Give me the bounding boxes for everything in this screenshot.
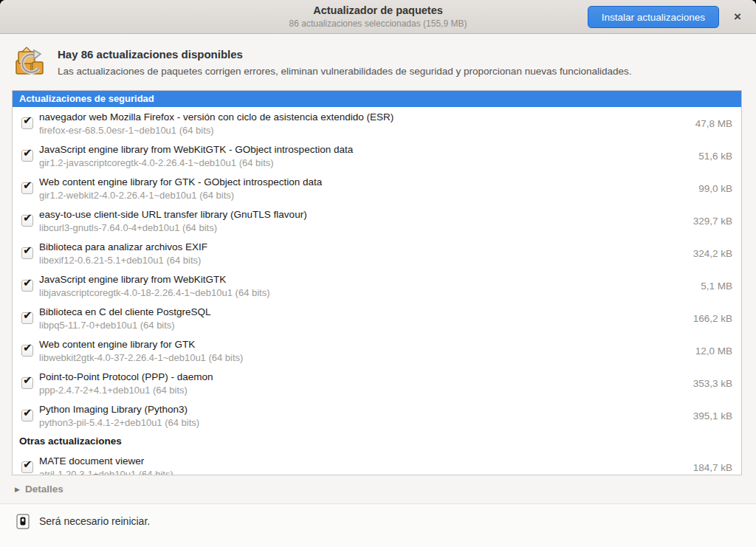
checkmark-icon: ✔ [23,309,32,322]
update-package-version: libjavascriptcoregtk-4.0-18-2.26.4-1~deb… [39,286,701,300]
update-row[interactable]: ✔navegador web Mozilla Firefox - versión… [13,107,741,140]
update-row[interactable]: ✔JavaScript engine library from WebKitGT… [13,269,741,302]
update-checkbox[interactable]: ✔ [21,461,33,473]
update-package-version: atril-1.20.3-1+deb10u1 (64 bits) [39,468,693,476]
checkmark-icon: ✔ [23,114,32,127]
package-updater-window: Actualizador de paquetes 86 actualizacio… [0,0,756,547]
update-texts: navegador web Mozilla Firefox - versión … [39,110,695,137]
update-summary: JavaScript engine library from WebKitGTK… [39,142,698,156]
page-title: Hay 86 actualizaciones disponibles [58,48,632,61]
update-package-version: ppp-2.4.7-2+4.1+deb10u1 (64 bits) [39,384,693,397]
update-checkbox[interactable]: ✔ [21,117,33,129]
update-package-version: python3-pil-5.4.1-2+deb10u1 (64 bits) [39,416,693,430]
details-expander[interactable]: ▶ Detalles [0,475,756,503]
update-row[interactable]: ✔Point-to-Point Protocol (PPP) - daemonp… [13,367,741,399]
update-texts: JavaScript engine library from WebKitGTK… [39,272,701,300]
install-updates-button[interactable]: Instalar actualizaciones [588,6,719,28]
update-checkbox[interactable]: ✔ [21,312,33,324]
update-package-version: libpq5-11.7-0+deb10u1 (64 bits) [39,319,693,332]
page-header-text: Hay 86 actualizaciones disponibles Las a… [58,44,632,77]
checkmark-icon: ✔ [23,276,32,289]
update-row[interactable]: ✔easy-to-use client-side URL transfer li… [13,204,741,237]
update-summary: Python Imaging Library (Python3) [39,402,693,416]
update-size: 51,6 kB [698,151,734,162]
update-size: 184,7 kB [693,462,734,473]
update-package-version: firefox-esr-68.5.0esr-1~deb10u1 (64 bits… [39,124,695,137]
update-summary: Web content engine library for GTK [39,337,695,351]
checkmark-icon: ✔ [23,179,32,192]
update-summary: easy-to-use client-side URL transfer lib… [39,207,693,221]
update-summary: JavaScript engine library from WebKitGTK [39,272,701,286]
titlebar-text: Actualizador de paquetes 86 actualizacio… [289,4,467,29]
update-texts: Biblioteca en C del cliente PostgreSQLli… [39,305,693,332]
update-texts: Python Imaging Library (Python3)python3-… [39,402,693,430]
checkmark-icon: ✔ [23,244,32,257]
details-label: Detalles [25,484,63,495]
update-row[interactable]: ✔Biblioteca para analizar archivos EXIFl… [13,237,741,269]
update-texts: Web content engine library for GTK - GOb… [39,175,698,202]
close-icon[interactable]: × [729,9,746,25]
update-texts: JavaScript engine library from WebKitGTK… [39,142,698,170]
update-texts: Web content engine library for GTKlibweb… [39,337,695,365]
update-size: 47,8 MB [695,118,734,129]
section-header-other: Otras actualizaciones [13,432,741,451]
update-package-version: libcurl3-gnutls-7.64.0-4+deb10u1 (64 bit… [39,221,693,235]
update-size: 353,3 kB [693,378,734,389]
page-description: Las actualizaciones de paquetes corrigen… [58,66,632,77]
update-row[interactable]: ✔JavaScript engine library from WebKitGT… [13,140,741,172]
update-checkbox[interactable]: ✔ [21,377,33,389]
update-size: 329,7 kB [693,216,734,227]
checkmark-icon: ✔ [23,406,32,419]
window-subtitle: 86 actualizaciones seleccionadas (155,9 … [289,18,467,30]
update-summary: navegador web Mozilla Firefox - versión … [39,110,695,124]
restart-required-icon [16,514,30,529]
update-checkbox[interactable]: ✔ [21,150,33,162]
checkmark-icon: ✔ [23,341,32,354]
update-summary: Web content engine library for GTK - GOb… [39,175,698,189]
checkmark-icon: ✔ [23,458,32,471]
update-size: 166,2 kB [693,313,734,324]
titlebar: Actualizador de paquetes 86 actualizacio… [0,0,756,34]
section-header-security: Actualizaciones de seguridad [13,91,741,107]
update-list[interactable]: Actualizaciones de seguridad✔navegador w… [12,90,742,475]
update-checkbox[interactable]: ✔ [21,345,33,357]
update-checkbox[interactable]: ✔ [21,410,33,422]
update-size: 5,1 MB [701,281,734,292]
update-package-version: gir1.2-javascriptcoregtk-4.0-2.26.4-1~de… [39,156,698,170]
update-summary: Biblioteca en C del cliente PostgreSQL [39,305,693,319]
update-texts: MATE document vieweratril-1.20.3-1+deb10… [39,454,693,476]
update-checkbox[interactable]: ✔ [21,215,33,227]
update-size: 12,0 MB [695,345,734,357]
update-size: 99,0 kB [698,183,734,194]
update-texts: Biblioteca para analizar archivos EXIFli… [39,240,693,267]
page-header: Hay 86 actualizaciones disponibles Las a… [0,34,756,87]
status-bar: Será necesario reiniciar. [0,503,756,547]
restart-notice: Será necesario reiniciar. [39,514,150,527]
update-row[interactable]: ✔Python Imaging Library (Python3)python3… [13,399,741,432]
update-summary: MATE document viewer [39,454,693,468]
window-title: Actualizador de paquetes [289,4,467,17]
update-checkbox[interactable]: ✔ [21,280,33,292]
update-summary: Biblioteca para analizar archivos EXIF [39,240,693,254]
chevron-right-icon: ▶ [15,486,20,493]
update-summary: Point-to-Point Protocol (PPP) - daemon [39,370,693,384]
update-texts: Point-to-Point Protocol (PPP) - daemonpp… [39,370,693,397]
update-row[interactable]: ✔Web content engine library for GTKlibwe… [13,334,741,367]
update-texts: easy-to-use client-side URL transfer lib… [39,207,693,235]
software-updates-icon [12,44,47,80]
checkmark-icon: ✔ [23,211,32,224]
checkmark-icon: ✔ [23,146,32,159]
update-package-version: libexif12-0.6.21-5.1+deb10u1 (64 bits) [39,254,693,267]
update-row[interactable]: ✔MATE document vieweratril-1.20.3-1+deb1… [13,451,741,475]
update-package-version: gir1.2-webkit2-4.0-2.26.4-1~deb10u1 (64 … [39,189,698,202]
update-row[interactable]: ✔Biblioteca en C del cliente PostgreSQLl… [13,302,741,334]
update-checkbox[interactable]: ✔ [21,182,33,194]
checkmark-icon: ✔ [23,374,32,387]
update-size: 395,1 kB [693,410,734,422]
update-size: 324,2 kB [693,248,734,259]
update-package-version: libwebkit2gtk-4.0-37-2.26.4-1~deb10u1 (6… [39,351,695,365]
update-row[interactable]: ✔Web content engine library for GTK - GO… [13,172,741,204]
update-checkbox[interactable]: ✔ [21,247,33,259]
